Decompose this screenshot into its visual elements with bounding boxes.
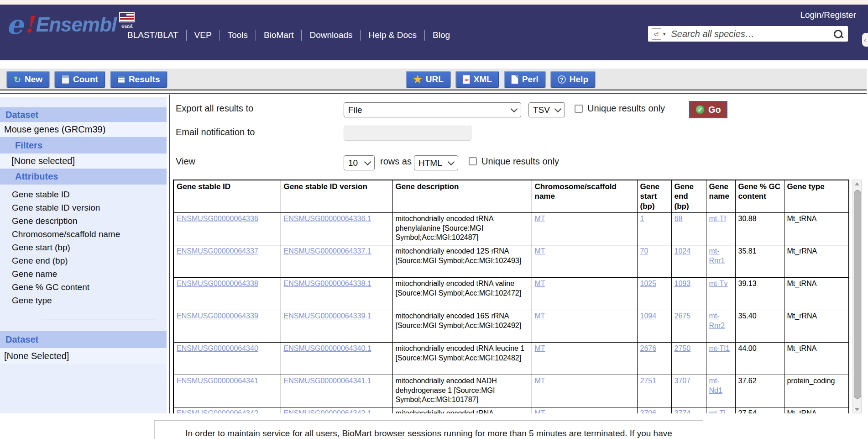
- top-strip: [0, 0, 868, 5]
- search-box[interactable]: e! ▾ Search all species…: [648, 26, 848, 42]
- gene-id-link[interactable]: ENSMUSG00000064340: [177, 344, 258, 352]
- gene-id-link[interactable]: ENSMUSG00000064342: [177, 409, 258, 413]
- col-header: Chromosome/scaffold name: [532, 180, 637, 212]
- dataset-value[interactable]: Mouse genes (GRCm39): [0, 122, 167, 137]
- search-input[interactable]: Search all species…: [671, 29, 834, 39]
- gene-id-version-link[interactable]: ENSMUSG00000064338.1: [284, 280, 371, 287]
- attribute-item[interactable]: Chromosome/scaffold name: [12, 227, 167, 241]
- new-button[interactable]: New: [7, 71, 49, 88]
- gene-end-link[interactable]: 2750: [675, 344, 691, 352]
- email-label: Email notification to: [176, 127, 255, 138]
- gene-id-version-link[interactable]: ENSMUSG00000064341.1: [284, 377, 371, 385]
- export-type-select[interactable]: TSV: [528, 102, 565, 117]
- nav-item-downloads[interactable]: Downloads: [302, 30, 360, 40]
- results-button[interactable]: Results: [110, 71, 167, 88]
- gene-end-link[interactable]: 1093: [675, 280, 691, 287]
- nav-item-blast[interactable]: BLAST/BLAT: [120, 30, 186, 40]
- view-format-select[interactable]: HTML: [414, 155, 458, 170]
- search-scope-icon[interactable]: e!: [652, 28, 661, 40]
- nav-item-tools[interactable]: Tools: [220, 30, 256, 40]
- gene-end-link[interactable]: 2675: [675, 312, 691, 320]
- attribute-item[interactable]: Gene name: [12, 267, 167, 280]
- attribute-item[interactable]: Gene description: [12, 214, 167, 227]
- gene-end-link[interactable]: 1024: [675, 247, 691, 255]
- gene-id-link[interactable]: ENSMUSG00000064337: [177, 247, 258, 255]
- dataset2-value[interactable]: [None Selected]: [0, 348, 167, 364]
- gene-start-link[interactable]: 1: [640, 215, 644, 222]
- rows-as-label: rows as: [380, 156, 412, 167]
- chromosome-link[interactable]: MT: [535, 344, 545, 352]
- chromosome-link[interactable]: MT: [535, 247, 545, 255]
- gene-name-link[interactable]: mt-Tv: [709, 280, 728, 287]
- export-type-value: TSV: [533, 105, 550, 115]
- attribute-item[interactable]: Gene start (bp): [12, 241, 167, 254]
- gene-id-link[interactable]: ENSMUSG00000064339: [177, 312, 258, 320]
- login-register-link[interactable]: Login/Register: [800, 10, 856, 20]
- chromosome-link[interactable]: MT: [535, 409, 545, 413]
- email-input[interactable]: [344, 126, 471, 141]
- chromosome-link[interactable]: MT: [535, 215, 545, 222]
- count-button[interactable]: Count: [55, 71, 105, 88]
- gene-id-link[interactable]: ENSMUSG00000064338: [177, 280, 258, 287]
- gene-name-link[interactable]: mt-Rnr2: [709, 312, 725, 329]
- export-format-select[interactable]: File: [344, 102, 521, 117]
- table-row: ENSMUSG00000064337 ENSMUSG00000064337.1 …: [173, 245, 849, 277]
- chromosome-link[interactable]: MT: [535, 280, 545, 287]
- gene-id-link[interactable]: ENSMUSG00000064341: [177, 377, 258, 385]
- xml-button[interactable]: XML: [456, 71, 499, 88]
- scrollbar-down-arrow[interactable]: [853, 406, 861, 413]
- gene-start-link[interactable]: 1025: [640, 280, 657, 287]
- attribute-item[interactable]: Gene % GC content: [12, 280, 167, 294]
- help-button[interactable]: Help: [551, 71, 595, 88]
- gene-name-link[interactable]: mt-Ti: [709, 409, 726, 413]
- perl-button[interactable]: Perl: [504, 71, 545, 88]
- view-rows-select[interactable]: 10: [344, 155, 375, 170]
- nav-item-vep[interactable]: VEP: [187, 30, 220, 40]
- gene-name-link[interactable]: mt-Tf: [709, 215, 726, 222]
- search-scope-caret-icon[interactable]: ▾: [663, 31, 666, 37]
- table-header-row: Gene stable ID Gene stable ID version Ge…: [173, 180, 849, 212]
- chromosome-link[interactable]: MT: [535, 377, 545, 385]
- gene-description-cell: mitochondrially encoded tRNA valine [Sou…: [392, 277, 532, 310]
- panel-collapse-tab[interactable]: ‹: [862, 33, 868, 47]
- gene-id-version-link[interactable]: ENSMUSG00000064336.1: [284, 215, 371, 222]
- xml-doc-icon: [463, 75, 470, 84]
- gene-end-link[interactable]: 3774: [675, 409, 691, 413]
- attribute-item[interactable]: Gene end (bp): [12, 254, 167, 267]
- gene-name-link[interactable]: mt-Tl1: [709, 344, 730, 352]
- gene-id-link[interactable]: ENSMUSG00000064336: [177, 215, 258, 222]
- gene-start-link[interactable]: 2751: [640, 377, 657, 385]
- gene-id-version-link[interactable]: ENSMUSG00000064340.1: [284, 344, 371, 352]
- gene-end-link[interactable]: 68: [675, 215, 683, 222]
- nav-item-help-docs[interactable]: Help & Docs: [361, 30, 424, 40]
- table-scrollbar[interactable]: [852, 180, 862, 413]
- chromosome-link[interactable]: MT: [535, 312, 545, 320]
- logo-text: Ensembl: [36, 13, 116, 37]
- gene-start-link[interactable]: 1094: [640, 312, 657, 320]
- nav-item-blog[interactable]: Blog: [425, 30, 458, 40]
- gene-name-link[interactable]: mt-Nd1: [709, 377, 722, 394]
- view-unique-checkbox[interactable]: [469, 157, 477, 165]
- gene-id-version-link[interactable]: ENSMUSG00000064339.1: [284, 312, 371, 320]
- search-icon[interactable]: [834, 30, 842, 38]
- gene-start-link[interactable]: 3706: [640, 409, 657, 413]
- gene-id-version-link[interactable]: ENSMUSG00000064337.1: [284, 247, 371, 255]
- gene-name-link[interactable]: mt-Rnr1: [709, 247, 725, 264]
- gene-start-link[interactable]: 70: [640, 247, 648, 255]
- attribute-item[interactable]: Gene stable ID version: [12, 201, 167, 214]
- gene-id-version-link[interactable]: ENSMUSG00000064342.1: [284, 409, 371, 413]
- nav-item-biomart[interactable]: BioMart: [256, 30, 301, 40]
- view-label: View: [176, 156, 195, 167]
- gene-start-link[interactable]: 2676: [640, 344, 657, 352]
- go-button[interactable]: Go: [689, 101, 727, 118]
- attribute-item[interactable]: Gene stable ID: [12, 188, 167, 201]
- filters-value[interactable]: [None selected]: [0, 153, 167, 169]
- export-unique-checkbox[interactable]: [575, 105, 583, 113]
- gene-end-link[interactable]: 3707: [675, 377, 691, 385]
- attribute-item[interactable]: Gene type: [12, 294, 167, 307]
- scrollbar-thumb[interactable]: [854, 190, 861, 399]
- query-summary-sidebar: Dataset Mouse genes (GRCm39) Filters [No…: [0, 97, 167, 413]
- scrollbar-up-arrow[interactable]: [853, 180, 861, 187]
- url-button[interactable]: URL: [406, 71, 450, 88]
- ensembl-logo[interactable]: e!Ensembl east: [6, 13, 135, 37]
